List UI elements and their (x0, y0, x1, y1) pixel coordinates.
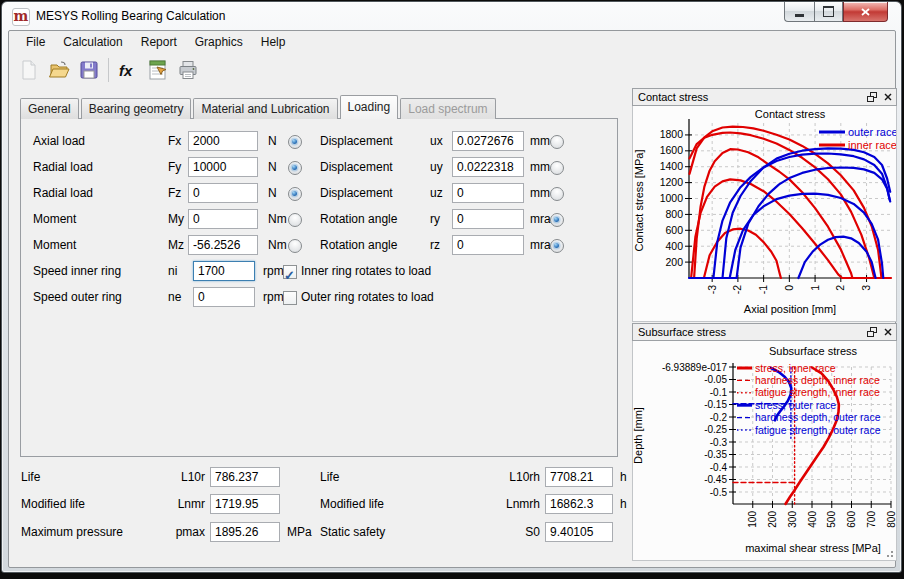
unit-label: Nm (268, 232, 287, 258)
resize-grip[interactable] (885, 549, 893, 557)
ni-input[interactable] (193, 261, 255, 281)
svg-text:-6.93889e-017: -6.93889e-017 (662, 362, 727, 373)
svg-text:-0.1: -0.1 (710, 387, 728, 398)
svg-text:800: 800 (665, 208, 683, 220)
svg-text:hardness depth, inner race: hardness depth, inner race (755, 374, 880, 386)
l10rh-field[interactable] (545, 467, 613, 487)
radial-load-y-row: Radial load Fy N Displacement uy mm (21, 154, 617, 180)
ry-input[interactable] (452, 209, 524, 229)
menu-graphics[interactable]: Graphics (186, 32, 252, 52)
mz-input[interactable] (188, 235, 258, 255)
titlebar[interactable]: m MESYS Rolling Bearing Calculation (2, 2, 901, 30)
contact-stress-dock-titlebar[interactable]: Contact stress (632, 88, 897, 106)
subsurface-stress-chart: 100200300400500600700800-6.93889e-017-0.… (632, 341, 897, 561)
field-label: Displacement (320, 154, 393, 180)
ne-input[interactable] (193, 287, 255, 307)
print-button[interactable] (173, 55, 203, 85)
fx-input[interactable] (188, 131, 258, 151)
svg-text:1: 1 (809, 285, 821, 291)
svg-text:200: 200 (767, 511, 778, 528)
loading-tab-pane: Axial load Fx N Displacement ux mm Radia… (20, 118, 618, 457)
svg-text:100: 100 (747, 511, 758, 528)
pressure-safety-result-row: Maximum pressure pmax MPa Static safety … (9, 522, 629, 542)
close-icon (861, 8, 870, 16)
symbol-label: uy (430, 154, 443, 180)
tab-loading[interactable]: Loading (340, 95, 399, 119)
save-file-icon (77, 58, 101, 82)
unit-label: N (268, 154, 277, 180)
dock-title: Contact stress (638, 91, 708, 103)
report-button[interactable] (143, 55, 173, 85)
formula-button[interactable]: fx (113, 55, 143, 85)
my-input[interactable] (188, 209, 258, 229)
field-label: Speed outer ring (33, 284, 122, 310)
ux-radio[interactable] (550, 135, 564, 149)
svg-text:2: 2 (834, 285, 846, 291)
uz-radio[interactable] (550, 187, 564, 201)
pmax-field[interactable] (210, 522, 280, 542)
svg-text:-0.05: -0.05 (704, 374, 727, 385)
field-label: Speed inner ring (33, 258, 121, 284)
svg-text:300: 300 (787, 511, 798, 528)
toolbar: fx (9, 53, 895, 86)
tab-bearing-geometry[interactable]: Bearing geometry (81, 98, 192, 119)
menu-calculation[interactable]: Calculation (54, 32, 131, 52)
field-label: Rotation angle (320, 206, 397, 232)
maximize-button[interactable] (814, 2, 843, 22)
lnmrh-field[interactable] (545, 494, 613, 514)
unit-label: N (268, 180, 277, 206)
fy-radio[interactable] (288, 161, 302, 175)
moment-z-row: Moment Mz Nm Rotation angle rz mrad (21, 232, 617, 258)
fz-input[interactable] (188, 183, 258, 203)
my-radio[interactable] (288, 213, 302, 227)
svg-text:-1: -1 (757, 285, 769, 294)
main-window: m MESYS Rolling Bearing Calculation File… (1, 1, 902, 573)
rz-input[interactable] (452, 235, 524, 255)
svg-text:hardness depth, outer race: hardness depth, outer race (755, 411, 881, 423)
outer-ring-rotates-checkbox[interactable] (283, 291, 297, 305)
unit-label: rpm (263, 258, 284, 284)
speed-outer-ring-row: Speed outer ring ne rpm Outer ring rotat… (21, 284, 617, 310)
save-file-button[interactable] (74, 55, 104, 85)
result-unit: MPa (287, 522, 312, 542)
tab-material-lubrication[interactable]: Material and Lubrication (193, 98, 337, 119)
uy-radio[interactable] (550, 161, 564, 175)
symbol-label: ni (168, 258, 177, 284)
menu-report[interactable]: Report (132, 32, 186, 52)
float-dock-icon[interactable] (867, 327, 877, 337)
ry-radio[interactable] (550, 213, 564, 227)
svg-text:-0.4: -0.4 (710, 462, 728, 473)
float-dock-icon[interactable] (867, 92, 877, 102)
fy-input[interactable] (188, 157, 258, 177)
rz-radio[interactable] (550, 239, 564, 253)
open-file-button[interactable] (44, 55, 74, 85)
svg-text:400: 400 (665, 240, 683, 252)
result-symbol: S0 (464, 522, 540, 542)
tabbar: General Bearing geometry Material and Lu… (20, 95, 498, 119)
menu-help[interactable]: Help (252, 32, 295, 52)
inner-ring-rotates-checkbox[interactable] (283, 265, 297, 279)
svg-text:fatigue strength, outer race: fatigue strength, outer race (755, 424, 881, 436)
mz-radio[interactable] (288, 239, 302, 253)
svg-text:1400: 1400 (660, 160, 684, 172)
close-button[interactable] (843, 2, 888, 22)
lnmr-field[interactable] (210, 494, 280, 514)
fz-radio[interactable] (288, 187, 302, 201)
tab-general[interactable]: General (20, 98, 79, 119)
l10r-field[interactable] (210, 467, 280, 487)
unit-label: mm (530, 154, 550, 180)
minimize-button[interactable] (784, 2, 814, 22)
s0-field[interactable] (545, 522, 613, 542)
new-file-button[interactable] (14, 55, 44, 85)
result-label: Static safety (320, 522, 385, 542)
close-dock-icon[interactable] (884, 93, 892, 101)
unit-label: N (268, 128, 277, 154)
subsurface-stress-dock-titlebar[interactable]: Subsurface stress (632, 323, 897, 341)
tab-load-spectrum[interactable]: Load spectrum (400, 98, 495, 119)
uz-input[interactable] (452, 183, 524, 203)
close-dock-icon[interactable] (884, 328, 892, 336)
fx-radio[interactable] (288, 135, 302, 149)
ux-input[interactable] (452, 131, 524, 151)
uy-input[interactable] (452, 157, 524, 177)
menu-file[interactable]: File (17, 32, 54, 52)
